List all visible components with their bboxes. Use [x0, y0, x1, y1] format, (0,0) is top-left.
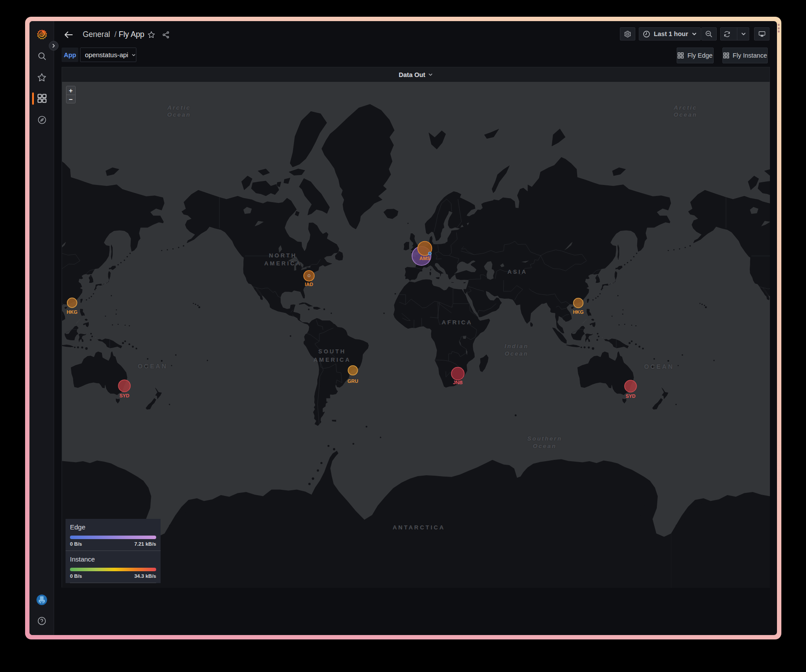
svg-text:SYD: SYD — [119, 393, 129, 398]
svg-text:HKG: HKG — [573, 309, 583, 315]
svg-text:AMS: AMS — [419, 256, 430, 261]
svg-text:JNB: JNB — [453, 380, 462, 385]
svg-text:GRU: GRU — [348, 378, 359, 384]
svg-text:HKG: HKG — [67, 309, 77, 315]
svg-text:SYD: SYD — [626, 393, 636, 399]
svg-text:IAD: IAD — [305, 282, 313, 287]
